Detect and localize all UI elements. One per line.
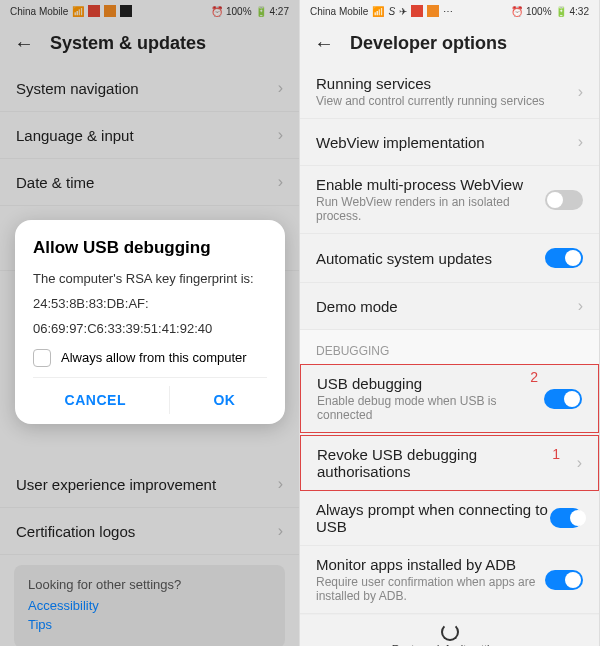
usb-debugging-dialog: Allow USB debugging The computer's RSA k… [15, 220, 285, 424]
row-date-time[interactable]: Date & time › [0, 159, 299, 206]
chevron-right-icon: › [278, 173, 283, 191]
highlight-usb-debugging: USB debugging Enable debug mode when USB… [300, 364, 599, 433]
row-language-input[interactable]: Language & input › [0, 112, 299, 159]
chevron-right-icon: › [577, 454, 582, 472]
row-certification-logos[interactable]: Certification logos › [0, 508, 299, 555]
fingerprint-line2: 06:69:97:C6:33:39:51:41:92:40 [33, 320, 267, 339]
fingerprint-line1: 24:53:8B:83:DB:AF: [33, 295, 267, 314]
annotation-2: 2 [530, 369, 538, 385]
time-label: 4:32 [570, 6, 589, 17]
row-revoke-usb[interactable]: Revoke USB debugging authorisations › [301, 436, 598, 490]
ok-button[interactable]: OK [193, 386, 255, 414]
time-label: 4:27 [270, 6, 289, 17]
left-phone: China Mobile 📶 ⏰ 100% 🔋 4:27 ← System & … [0, 0, 300, 646]
toggle-multiprocess[interactable] [545, 190, 583, 210]
highlight-revoke: Revoke USB debugging authorisations › 1 [300, 435, 599, 491]
toggle-monitor-adb[interactable] [545, 570, 583, 590]
page-header: ← System & updates [0, 22, 299, 65]
cancel-button[interactable]: CANCEL [45, 386, 146, 414]
page-title: System & updates [50, 33, 206, 54]
page-header: ← Developer options [300, 22, 599, 65]
restore-defaults[interactable]: Restore default settings [300, 614, 599, 646]
always-allow-row[interactable]: Always allow from this computer [33, 349, 267, 367]
chevron-right-icon: › [278, 522, 283, 540]
chevron-right-icon: › [578, 297, 583, 315]
dialog-title: Allow USB debugging [33, 238, 267, 258]
app-icon [88, 5, 100, 17]
battery-label: 100% [226, 6, 252, 17]
row-monitor-adb[interactable]: Monitor apps installed by ADB Require us… [300, 546, 599, 614]
status-bar: China Mobile 📶 S ✈ ⋯ ⏰ 100% 🔋 4:32 [300, 0, 599, 22]
back-icon[interactable]: ← [14, 32, 34, 55]
row-multiprocess-webview[interactable]: Enable multi-process WebView Run WebView… [300, 166, 599, 234]
app-icon [411, 5, 423, 17]
app-icon [104, 5, 116, 17]
restore-icon [441, 623, 459, 641]
toggle-always-prompt[interactable] [550, 508, 583, 528]
back-icon[interactable]: ← [314, 32, 334, 55]
app-icon [427, 5, 439, 17]
app-icon [120, 5, 132, 17]
section-debugging: DEBUGGING [300, 330, 599, 364]
chevron-right-icon: › [278, 475, 283, 493]
right-phone: China Mobile 📶 S ✈ ⋯ ⏰ 100% 🔋 4:32 ← Dev… [300, 0, 600, 646]
annotation-1: 1 [552, 446, 560, 462]
row-webview-implementation[interactable]: WebView implementation › [300, 119, 599, 166]
chevron-right-icon: › [578, 83, 583, 101]
link-tips[interactable]: Tips [28, 617, 271, 632]
row-system-navigation[interactable]: System navigation › [0, 65, 299, 112]
checkbox-icon[interactable] [33, 349, 51, 367]
page-title: Developer options [350, 33, 507, 54]
chevron-right-icon: › [278, 126, 283, 144]
toggle-auto-updates[interactable] [545, 248, 583, 268]
row-auto-updates[interactable]: Automatic system updates [300, 234, 599, 283]
row-usb-debugging[interactable]: USB debugging Enable debug mode when USB… [301, 365, 598, 432]
battery-label: 100% [526, 6, 552, 17]
other-settings-infobox: Looking for other settings? Accessibilit… [14, 565, 285, 646]
chevron-right-icon: › [278, 79, 283, 97]
toggle-usb-debugging[interactable] [544, 389, 582, 409]
checkbox-label: Always allow from this computer [61, 350, 247, 365]
link-accessibility[interactable]: Accessibility [28, 598, 271, 613]
infobox-question: Looking for other settings? [28, 577, 271, 592]
chevron-right-icon: › [578, 133, 583, 151]
status-bar: China Mobile 📶 ⏰ 100% 🔋 4:27 [0, 0, 299, 22]
dialog-message: The computer's RSA key fingerprint is: [33, 270, 267, 289]
row-user-experience[interactable]: User experience improvement › [0, 461, 299, 508]
row-always-prompt[interactable]: Always prompt when connecting to USB [300, 491, 599, 546]
carrier-label: China Mobile [10, 6, 68, 17]
row-running-services[interactable]: Running services View and control curren… [300, 65, 599, 119]
carrier-label: China Mobile [310, 6, 368, 17]
row-demo-mode[interactable]: Demo mode › [300, 283, 599, 330]
